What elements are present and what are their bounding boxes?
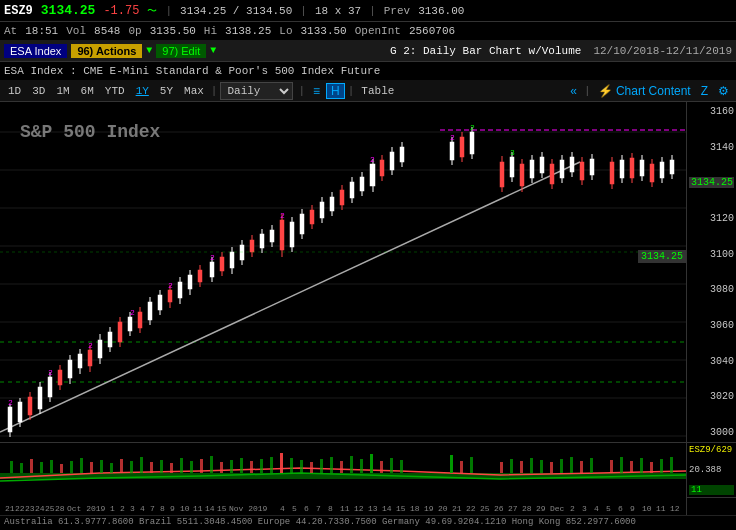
svg-rect-206 — [670, 457, 673, 473]
current-price-tag: 3134.25 — [638, 250, 686, 263]
ticker-change: -1.75 — [103, 4, 139, 18]
svg-text:8: 8 — [328, 504, 333, 513]
svg-rect-151 — [50, 460, 53, 473]
actions-button[interactable]: 96) Actions — [71, 44, 142, 58]
svg-rect-163 — [170, 463, 173, 473]
chart-content-button[interactable]: ⚡ Chart Content — [595, 84, 694, 98]
svg-rect-155 — [90, 462, 93, 473]
svg-rect-195 — [550, 462, 553, 473]
svg-text:11: 11 — [656, 504, 666, 513]
svg-text:9: 9 — [170, 504, 175, 513]
price-level: 3060 — [689, 320, 734, 331]
svg-text:23: 23 — [25, 504, 35, 513]
svg-text:Dec: Dec — [550, 504, 565, 513]
svg-text:22: 22 — [15, 504, 25, 513]
svg-rect-179 — [330, 457, 333, 473]
svg-text:25: 25 — [480, 504, 490, 513]
h-button[interactable]: H — [326, 83, 345, 99]
svg-rect-177 — [310, 462, 313, 473]
svg-text:2: 2 — [210, 253, 215, 262]
volume-canvas — [0, 443, 686, 497]
svg-rect-152 — [60, 464, 63, 473]
trade-size: 18 x 37 — [315, 5, 361, 17]
svg-rect-202 — [630, 461, 633, 473]
svg-text:12: 12 — [670, 504, 680, 513]
svg-rect-181 — [350, 456, 353, 473]
svg-rect-190 — [500, 462, 503, 473]
price-axis: 3160 3140 3134.25 3120 3100 3080 3060 30… — [686, 102, 736, 442]
svg-text:28: 28 — [55, 504, 65, 513]
svg-rect-165 — [190, 461, 193, 473]
svg-rect-201 — [620, 457, 623, 473]
period-5y[interactable]: 5Y — [156, 85, 177, 97]
svg-text:11: 11 — [193, 504, 203, 513]
svg-rect-173 — [270, 457, 273, 473]
edit-button[interactable]: 97) Edit — [156, 44, 206, 58]
esa-tab[interactable]: ESA Index — [4, 44, 67, 58]
period-6m[interactable]: 6M — [77, 85, 98, 97]
svg-rect-188 — [460, 461, 463, 473]
period-1m[interactable]: 1M — [52, 85, 73, 97]
svg-text:7: 7 — [316, 504, 321, 513]
period-1d[interactable]: 1D — [4, 85, 25, 97]
svg-rect-147 — [10, 461, 13, 473]
price-level: 3160 — [689, 106, 734, 117]
ticker-symbol: ESZ9 — [4, 4, 33, 18]
svg-rect-169 — [230, 460, 233, 473]
period-ytd[interactable]: YTD — [101, 85, 129, 97]
interval-select[interactable]: Daily Weekly Monthly — [220, 82, 293, 100]
svg-rect-183 — [370, 454, 373, 473]
svg-rect-162 — [160, 460, 163, 473]
time-labels: 21 22 23 24 25 28 Oct 2019 1 2 3 4 7 8 9… — [0, 498, 686, 515]
table-button[interactable]: Table — [357, 85, 398, 97]
chart-canvas: S&P 500 Index — [0, 102, 686, 442]
svg-text:18: 18 — [410, 504, 420, 513]
date-range: 12/10/2018-12/11/2019 — [593, 45, 732, 57]
svg-text:2: 2 — [470, 123, 475, 132]
svg-text:4: 4 — [594, 504, 599, 513]
svg-text:14: 14 — [382, 504, 392, 513]
period-3d[interactable]: 3D — [28, 85, 49, 97]
g2-label: G 2: Daily Bar Chart w/Volume — [390, 45, 581, 57]
price-level: 3000 — [689, 427, 734, 438]
svg-rect-197 — [570, 457, 573, 473]
svg-rect-192 — [520, 461, 523, 473]
svg-rect-198 — [580, 461, 583, 473]
svg-rect-160 — [140, 457, 143, 473]
svg-rect-191 — [510, 459, 513, 473]
volume-area: ESZ9/629 20.388 11 — [0, 442, 736, 497]
svg-rect-196 — [560, 459, 563, 473]
svg-text:6: 6 — [304, 504, 309, 513]
period-1y[interactable]: 1Y — [132, 85, 153, 97]
period-max[interactable]: Max — [180, 85, 208, 97]
svg-rect-193 — [530, 458, 533, 473]
prev-icon[interactable]: « — [567, 84, 580, 98]
svg-text:3: 3 — [510, 148, 515, 157]
svg-text:1: 1 — [110, 504, 115, 513]
svg-text:11: 11 — [340, 504, 350, 513]
volume-current: 11 — [689, 485, 734, 495]
toolbar: ESA Index 96) Actions ▼ 97) Edit ▼ G 2: … — [0, 40, 736, 62]
svg-text:2: 2 — [370, 155, 375, 164]
svg-rect-184 — [380, 461, 383, 473]
settings-button[interactable]: ⚙ — [715, 84, 732, 98]
svg-rect-154 — [80, 458, 83, 473]
svg-text:Oct 2019: Oct 2019 — [67, 504, 106, 513]
svg-text:10: 10 — [642, 504, 652, 513]
svg-text:2: 2 — [450, 133, 455, 142]
svg-text:10: 10 — [180, 504, 190, 513]
svg-rect-194 — [540, 460, 543, 473]
svg-rect-171 — [250, 461, 253, 473]
z-button[interactable]: Z — [698, 84, 711, 98]
svg-rect-164 — [180, 458, 183, 473]
svg-text:2: 2 — [120, 504, 125, 513]
svg-rect-159 — [130, 461, 133, 473]
svg-rect-166 — [200, 459, 203, 473]
ticker-price: 3134.25 — [41, 3, 96, 18]
price-level: 3040 — [689, 356, 734, 367]
bar-type-button[interactable]: ≡ — [310, 84, 323, 98]
svg-rect-203 — [640, 458, 643, 473]
svg-text:12: 12 — [354, 504, 364, 513]
svg-rect-199 — [590, 458, 593, 473]
svg-text:19: 19 — [424, 504, 434, 513]
